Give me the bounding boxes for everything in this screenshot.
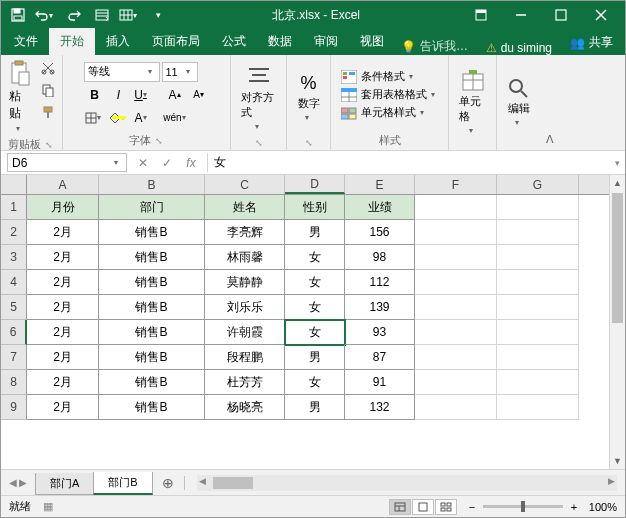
cell-D8[interactable]: 女: [285, 370, 345, 395]
conditional-formatting-button[interactable]: 条件格式▾: [339, 68, 441, 85]
row-header-4[interactable]: 4: [1, 270, 27, 295]
paste-button[interactable]: 粘贴 ▾: [5, 58, 35, 135]
cell-B4[interactable]: 销售B: [99, 270, 205, 295]
cell-G2[interactable]: [497, 220, 579, 245]
cell-A4[interactable]: 2月: [27, 270, 99, 295]
qat-button-5[interactable]: ▾: [117, 4, 143, 26]
cell-G9[interactable]: [497, 395, 579, 420]
font-launcher[interactable]: ⤡: [153, 136, 165, 146]
cell-F8[interactable]: [415, 370, 497, 395]
zoom-slider[interactable]: [483, 505, 563, 508]
vertical-scrollbar[interactable]: ▲ ▼: [609, 175, 625, 469]
undo-button[interactable]: ▾: [33, 4, 59, 26]
redo-button[interactable]: [61, 4, 87, 26]
row-header-1[interactable]: 1: [1, 195, 27, 220]
cell-G3[interactable]: [497, 245, 579, 270]
name-box[interactable]: D6 ▾: [7, 153, 127, 172]
cell-E4[interactable]: 112: [345, 270, 415, 295]
cancel-formula-button[interactable]: ✕: [133, 154, 153, 172]
cell-D1[interactable]: 性别: [285, 195, 345, 220]
clipboard-launcher[interactable]: ⤡: [43, 140, 55, 150]
cell-E3[interactable]: 98: [345, 245, 415, 270]
sheet-tab-部门A[interactable]: 部门A: [35, 473, 94, 495]
row-header-3[interactable]: 3: [1, 245, 27, 270]
tab-data[interactable]: 数据: [257, 28, 303, 55]
cell-D5[interactable]: 女: [285, 295, 345, 320]
cell-A6[interactable]: 2月: [27, 320, 99, 345]
column-header-F[interactable]: F: [415, 175, 497, 194]
tab-home[interactable]: 开始: [49, 28, 95, 55]
cell-E1[interactable]: 业绩: [345, 195, 415, 220]
cell-D7[interactable]: 男: [285, 345, 345, 370]
font-name-combo[interactable]: 等线▾: [84, 62, 160, 82]
format-painter-button[interactable]: [37, 102, 59, 122]
normal-view-button[interactable]: [389, 499, 411, 515]
page-layout-view-button[interactable]: [412, 499, 434, 515]
cell-A5[interactable]: 2月: [27, 295, 99, 320]
tab-view[interactable]: 视图: [349, 28, 395, 55]
minimize-button[interactable]: [501, 1, 541, 29]
share-button[interactable]: 👥 共享: [560, 30, 623, 55]
cell-C6[interactable]: 许朝霞: [205, 320, 285, 345]
cells-button[interactable]: 单元格 ▾: [455, 68, 490, 137]
underline-button[interactable]: U▾: [132, 85, 154, 105]
cell-G1[interactable]: [497, 195, 579, 220]
cell-F1[interactable]: [415, 195, 497, 220]
cell-F5[interactable]: [415, 295, 497, 320]
scroll-down-button[interactable]: ▼: [610, 453, 625, 469]
cell-C2[interactable]: 李亮辉: [205, 220, 285, 245]
decrease-font-button[interactable]: A▾: [188, 85, 210, 105]
cell-D6[interactable]: 女: [285, 320, 345, 345]
tab-formulas[interactable]: 公式: [211, 28, 257, 55]
macro-record-icon[interactable]: ▦: [43, 500, 53, 513]
select-all-corner[interactable]: [1, 175, 27, 194]
row-header-5[interactable]: 5: [1, 295, 27, 320]
cell-B2[interactable]: 销售B: [99, 220, 205, 245]
cell-D9[interactable]: 男: [285, 395, 345, 420]
fill-color-button[interactable]: ▾: [108, 108, 130, 128]
number-launcher[interactable]: ⤡: [303, 138, 315, 148]
cell-E7[interactable]: 87: [345, 345, 415, 370]
cell-D3[interactable]: 女: [285, 245, 345, 270]
hscroll-thumb[interactable]: [213, 477, 253, 489]
cell-B8[interactable]: 销售B: [99, 370, 205, 395]
cell-F3[interactable]: [415, 245, 497, 270]
cell-B9[interactable]: 销售B: [99, 395, 205, 420]
cell-D2[interactable]: 男: [285, 220, 345, 245]
save-button[interactable]: [5, 4, 31, 26]
cell-A3[interactable]: 2月: [27, 245, 99, 270]
horizontal-scrollbar[interactable]: ◀ ▶: [197, 475, 617, 491]
cell-G7[interactable]: [497, 345, 579, 370]
expand-formula-button[interactable]: ▾: [609, 151, 625, 174]
formula-input[interactable]: 女: [208, 153, 603, 172]
cell-G6[interactable]: [497, 320, 579, 345]
zoom-level[interactable]: 100%: [589, 501, 617, 513]
borders-button[interactable]: ▾: [84, 108, 106, 128]
column-header-C[interactable]: C: [205, 175, 285, 194]
cell-E9[interactable]: 132: [345, 395, 415, 420]
cell-A8[interactable]: 2月: [27, 370, 99, 395]
cell-C8[interactable]: 杜芳芳: [205, 370, 285, 395]
cell-F2[interactable]: [415, 220, 497, 245]
tab-file[interactable]: 文件: [3, 28, 49, 55]
italic-button[interactable]: I: [108, 85, 130, 105]
cell-F6[interactable]: [415, 320, 497, 345]
cell-B6[interactable]: 销售B: [99, 320, 205, 345]
row-header-8[interactable]: 8: [1, 370, 27, 395]
cell-B7[interactable]: 销售B: [99, 345, 205, 370]
cell-E5[interactable]: 139: [345, 295, 415, 320]
row-header-2[interactable]: 2: [1, 220, 27, 245]
tell-me[interactable]: 💡 告诉我…: [395, 38, 474, 55]
bold-button[interactable]: B: [84, 85, 106, 105]
tab-insert[interactable]: 插入: [95, 28, 141, 55]
qat-customize[interactable]: ▾: [145, 4, 171, 26]
tab-layout[interactable]: 页面布局: [141, 28, 211, 55]
collapse-ribbon-button[interactable]: ᐱ: [546, 133, 554, 146]
row-header-6[interactable]: 6: [1, 320, 27, 345]
cell-G5[interactable]: [497, 295, 579, 320]
cell-B1[interactable]: 部门: [99, 195, 205, 220]
cell-F7[interactable]: [415, 345, 497, 370]
column-header-D[interactable]: D: [285, 175, 345, 194]
cell-C5[interactable]: 刘乐乐: [205, 295, 285, 320]
row-header-7[interactable]: 7: [1, 345, 27, 370]
